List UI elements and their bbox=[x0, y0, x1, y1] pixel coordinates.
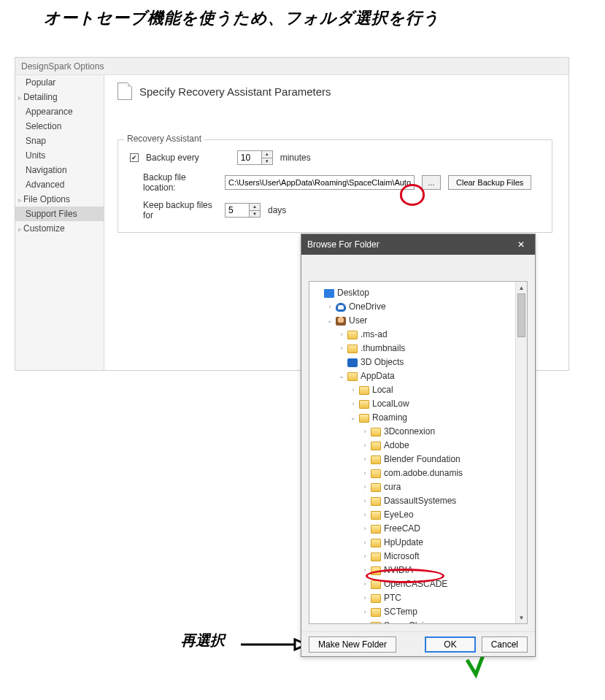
chevron-right-icon[interactable]: › bbox=[361, 605, 369, 619]
chevron-down-icon[interactable]: ⌄ bbox=[349, 411, 358, 425]
chevron-down-icon[interactable]: ⌄ bbox=[361, 619, 369, 623]
backup-location-input[interactable] bbox=[225, 175, 415, 190]
cancel-button[interactable]: Cancel bbox=[482, 636, 528, 653]
backup-every-spinner[interactable]: ▲▼ bbox=[237, 150, 273, 165]
tree-node-3dconnexion[interactable]: ›3Dconnexion bbox=[311, 425, 514, 439]
folder-icon bbox=[371, 525, 381, 534]
chevron-right-icon[interactable]: › bbox=[361, 564, 369, 577]
tree-node-cura[interactable]: ›cura bbox=[311, 480, 514, 494]
chevron-right-icon[interactable]: › bbox=[361, 550, 369, 564]
backup-every-input[interactable] bbox=[238, 151, 261, 164]
sidebar-item-popular[interactable]: Popular bbox=[15, 75, 104, 90]
scroll-thumb[interactable] bbox=[517, 293, 525, 337]
ok-button[interactable]: OK bbox=[425, 636, 475, 653]
tree-node-spaceclaim[interactable]: ⌄SpaceClaim bbox=[311, 619, 514, 623]
chevron-right-icon[interactable]: › bbox=[337, 342, 346, 355]
tree-node-sctemp[interactable]: ›SCTemp bbox=[311, 605, 514, 619]
chevron-down-icon[interactable]: ⌄ bbox=[325, 314, 334, 328]
tree-label: HpUpdate bbox=[384, 536, 423, 550]
vertical-scrollbar[interactable]: ▲ ▼ bbox=[515, 282, 527, 623]
tree-label: 3D Objects bbox=[361, 355, 404, 369]
folder-icon bbox=[371, 442, 381, 450]
tree-node-opencascade[interactable]: ›OpenCASCADE bbox=[311, 577, 514, 591]
folder-icon bbox=[347, 331, 358, 339]
tree-node-appdata[interactable]: ⌄AppData bbox=[311, 369, 514, 383]
folder-icon bbox=[347, 372, 358, 381]
tree-label: Blender Foundation bbox=[384, 453, 461, 466]
tree-label: .ms-ad bbox=[361, 328, 388, 342]
backup-every-label: Backup every bbox=[146, 153, 199, 163]
browse-button[interactable]: ... bbox=[422, 175, 441, 190]
chevron-right-icon[interactable]: › bbox=[349, 383, 358, 397]
sidebar-item-support-files[interactable]: Support Files bbox=[15, 207, 104, 221]
chevron-right-icon[interactable]: › bbox=[349, 397, 358, 411]
spin-up-icon[interactable]: ▲ bbox=[250, 204, 260, 211]
tree-node--thumbnails[interactable]: ›.thumbnails bbox=[311, 342, 514, 355]
tree-node-local[interactable]: ›Local bbox=[311, 383, 514, 397]
chevron-right-icon[interactable]: › bbox=[361, 480, 369, 494]
close-icon[interactable]: ✕ bbox=[513, 238, 529, 251]
bff-button-row: Make New Folder OK Cancel bbox=[301, 631, 535, 656]
chevron-right-icon[interactable]: › bbox=[361, 439, 369, 453]
tree-node--ms-ad[interactable]: ›.ms-ad bbox=[311, 328, 514, 342]
keep-backup-spinner[interactable]: ▲▼ bbox=[225, 203, 261, 218]
tree-node-adobe[interactable]: ›Adobe bbox=[311, 439, 514, 453]
tree-node-blender-foundation[interactable]: ›Blender Foundation bbox=[311, 453, 514, 466]
make-new-folder-button[interactable]: Make New Folder bbox=[309, 636, 396, 653]
spin-down-icon[interactable]: ▼ bbox=[250, 211, 260, 218]
tree-label: com.adobe.dunamis bbox=[384, 466, 463, 480]
keep-backup-input[interactable] bbox=[226, 204, 249, 217]
backup-every-checkbox[interactable] bbox=[130, 153, 139, 162]
scroll-down-icon[interactable]: ▼ bbox=[516, 612, 527, 623]
chevron-right-icon[interactable]: › bbox=[325, 300, 334, 314]
chevron-down-icon[interactable]: ⌄ bbox=[337, 369, 346, 383]
tree-node-user[interactable]: ⌄User bbox=[311, 314, 514, 328]
clear-backup-button[interactable]: Clear Backup Files bbox=[448, 175, 531, 190]
chevron-right-icon[interactable]: › bbox=[361, 536, 369, 550]
sidebar-item-appearance[interactable]: Appearance bbox=[15, 104, 104, 119]
chevron-right-icon[interactable]: › bbox=[361, 591, 369, 605]
chevron-right-icon[interactable]: › bbox=[337, 328, 346, 342]
tree-node-dassaultsystemes[interactable]: ›DassaultSystemes bbox=[311, 494, 514, 508]
bff-titlebar: Browse For Folder ✕ bbox=[301, 234, 535, 255]
tree-node-com-adobe-dunamis[interactable]: ›com.adobe.dunamis bbox=[311, 466, 514, 480]
sidebar-item-advanced[interactable]: Advanced bbox=[15, 177, 104, 192]
tree-node-hpupdate[interactable]: ›HpUpdate bbox=[311, 536, 514, 550]
tree-node-onedrive[interactable]: ›OneDrive bbox=[311, 300, 514, 314]
spin-down-icon[interactable]: ▼ bbox=[262, 158, 272, 165]
tree-node-eyeleo[interactable]: ›EyeLeo bbox=[311, 508, 514, 522]
sidebar-item-customize[interactable]: Customize bbox=[15, 221, 104, 236]
folder-tree[interactable]: ·Desktop›OneDrive⌄User›.ms-ad›.thumbnail… bbox=[311, 286, 514, 623]
bff-title-label: Browse For Folder bbox=[307, 239, 379, 250]
chevron-right-icon[interactable]: › bbox=[361, 466, 369, 480]
tree-node-3d-objects[interactable]: ·3D Objects bbox=[311, 355, 514, 369]
chevron-right-icon[interactable]: › bbox=[361, 425, 369, 439]
sidebar-item-units[interactable]: Units bbox=[15, 148, 104, 163]
sidebar-item-selection[interactable]: Selection bbox=[15, 119, 104, 134]
sidebar-item-snap[interactable]: Snap bbox=[15, 134, 104, 148]
chevron-right-icon[interactable]: › bbox=[361, 494, 369, 508]
chevron-right-icon[interactable]: › bbox=[361, 508, 369, 522]
sidebar-item-navigation[interactable]: Navigation bbox=[15, 163, 104, 177]
tree-node-microsoft[interactable]: ›Microsoft bbox=[311, 550, 514, 564]
tree-node-locallow[interactable]: ›LocalLow bbox=[311, 397, 514, 411]
desktop-icon bbox=[324, 289, 334, 298]
folder-icon bbox=[371, 622, 381, 624]
tree-node-ptc[interactable]: ›PTC bbox=[311, 591, 514, 605]
folder-icon bbox=[371, 553, 381, 561]
sidebar-item-file-options[interactable]: File Options bbox=[15, 192, 104, 207]
tree-label: Desktop bbox=[337, 286, 369, 300]
sidebar-item-detailing[interactable]: Detailing bbox=[15, 90, 104, 104]
spin-up-icon[interactable]: ▲ bbox=[262, 151, 272, 158]
chevron-right-icon[interactable]: › bbox=[361, 522, 369, 536]
scroll-up-icon[interactable]: ▲ bbox=[516, 282, 527, 293]
chevron-right-icon[interactable]: › bbox=[361, 453, 369, 466]
page-title: Specify Recovery Assistant Parameters bbox=[139, 85, 331, 98]
tree-node-freecad[interactable]: ›FreeCAD bbox=[311, 522, 514, 536]
chevron-right-icon[interactable]: › bbox=[361, 577, 369, 591]
tree-node-roaming[interactable]: ⌄Roaming bbox=[311, 411, 514, 425]
tree-node-desktop[interactable]: ·Desktop bbox=[311, 286, 514, 300]
annotation-reselect-label: 再選択 bbox=[181, 631, 225, 650]
tree-node-nvidia[interactable]: ›NVIDIA bbox=[311, 564, 514, 577]
expander-blank: · bbox=[314, 286, 323, 300]
